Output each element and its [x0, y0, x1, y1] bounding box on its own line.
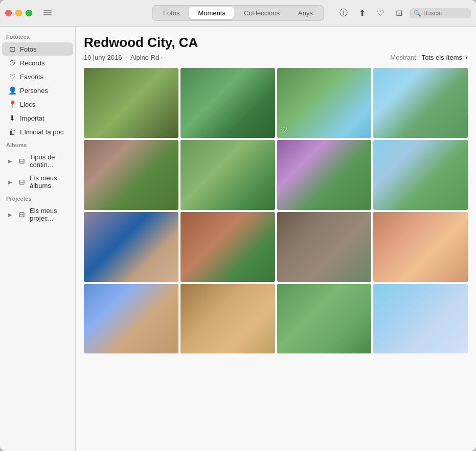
photo-7[interactable]: [277, 140, 372, 210]
sidebar-section-projectes: Projectes: [0, 193, 75, 204]
meus-albums-icon: ⊟: [18, 178, 26, 186]
info-button[interactable]: ⓘ: [336, 6, 351, 20]
close-button[interactable]: [5, 10, 12, 16]
sidebar-item-eliminat[interactable]: 🗑 Eliminat fa poc: [2, 125, 73, 138]
show-filter-dropdown[interactable]: Mostrant: Tots els ítems ▾: [390, 54, 468, 61]
slideshow-icon: ⊡: [396, 8, 402, 18]
favorits-icon: ♡: [8, 73, 16, 81]
location-title: Redwood City, CA: [84, 35, 468, 51]
slideshow-button[interactable]: ⊡: [391, 6, 406, 20]
sidebar-label-llocs: Llocs: [20, 101, 35, 108]
minimize-button[interactable]: [15, 10, 22, 16]
search-icon: 🔍: [414, 10, 421, 17]
records-icon: ⏱: [8, 59, 16, 67]
tab-moments[interactable]: Moments: [189, 7, 235, 19]
show-filter-label: Mostrant:: [390, 54, 418, 61]
meus-proj-icon: ⊟: [18, 210, 26, 219]
sidebar-section-fototeca: Fototeca: [0, 31, 75, 42]
eliminat-icon: 🗑: [8, 128, 16, 136]
persones-icon: 👤: [8, 86, 16, 94]
window-controls: [5, 10, 52, 16]
sidebar-section-albums: Àlbums: [0, 139, 75, 150]
sidebar-label-eliminat: Eliminat fa poc: [20, 128, 63, 136]
expand-icon-tipus: ▶: [8, 158, 12, 164]
traffic-lights: [5, 10, 32, 16]
tipus-icon: ⊟: [18, 157, 26, 165]
sidebar-item-meus-albums[interactable]: ▶ ⊟ Els meus àlbums: [2, 172, 73, 192]
photo-16[interactable]: [373, 284, 468, 354]
toolbar-right: ⓘ ⬆ ♡ ⊡ 🔍: [336, 6, 471, 20]
sidebar-item-persones[interactable]: 👤 Persones: [2, 84, 73, 97]
sidebar-item-favorits[interactable]: ♡ Favorits: [2, 70, 73, 83]
share-button[interactable]: ⬆: [354, 6, 370, 20]
show-filter-value: Tots els ítems: [422, 54, 462, 61]
share-icon: ⬆: [359, 8, 366, 18]
titlebar: Fotos Moments Col·leccions Anys ⓘ ⬆ ♡ ⊡ …: [0, 0, 476, 27]
sidebar-label-importat: Importat: [20, 114, 44, 122]
tab-fotos[interactable]: Fotos: [154, 7, 189, 19]
photo-3-heart-badge: ♡: [280, 125, 287, 135]
sidebar-label-tipus: Tipus de contin...: [30, 153, 67, 169]
sidebar-label-fotos: Fotos: [20, 45, 37, 53]
photo-6[interactable]: [180, 140, 275, 210]
tab-colleccions[interactable]: Col·leccions: [235, 7, 289, 19]
sidebar: Fototeca ⊡ Fotos ⏱ Records ♡ Favorits 👤 …: [0, 27, 76, 451]
photo-5[interactable]: [84, 140, 178, 210]
photo-1[interactable]: [84, 68, 178, 138]
sidebar-item-importat[interactable]: ⬇ Importat: [2, 111, 73, 125]
photo-13[interactable]: [84, 284, 178, 354]
sidebar-toggle-button[interactable]: [43, 10, 52, 16]
photo-9[interactable]: [84, 212, 178, 282]
location-link-text: Alpine Rd: [130, 54, 159, 61]
tabs-container: Fotos Moments Col·leccions Anys: [152, 5, 324, 21]
tab-anys[interactable]: Anys: [289, 7, 322, 19]
maximize-button[interactable]: [26, 10, 32, 16]
chevron-down-icon: ▾: [465, 55, 468, 60]
photo-11[interactable]: [277, 212, 372, 282]
heart-icon: ♡: [377, 8, 384, 18]
sidebar-label-meus-proj: Els meus projec...: [30, 207, 67, 222]
sidebar-item-meus-proj[interactable]: ▶ ⊟ Els meus projec...: [2, 204, 73, 225]
sidebar-label-persones: Persones: [20, 87, 48, 94]
content-header: Redwood City, CA 10 juny 2016 · Alpine R…: [84, 35, 468, 62]
photo-8[interactable]: [373, 140, 468, 210]
sidebar-item-tipus[interactable]: ▶ ⊟ Tipus de contin...: [2, 151, 73, 171]
fotos-icon: ⊡: [8, 45, 16, 53]
photo-4[interactable]: [373, 68, 468, 138]
photo-2[interactable]: [180, 68, 275, 138]
photo-15[interactable]: [277, 284, 372, 354]
sidebar-label-favorits: Favorits: [20, 73, 43, 81]
content-area: Redwood City, CA 10 juny 2016 · Alpine R…: [76, 27, 476, 451]
date-text: 10 juny 2016: [84, 54, 122, 61]
photo-3[interactable]: ♡: [277, 68, 372, 138]
sidebar-item-records[interactable]: ⏱ Records: [2, 56, 73, 69]
heart-button[interactable]: ♡: [373, 6, 388, 20]
expand-icon-proj: ▶: [8, 212, 12, 218]
date-separator: ·: [125, 53, 127, 62]
photo-12[interactable]: [373, 212, 468, 282]
llocs-icon: 📍: [8, 100, 16, 108]
photo-10[interactable]: [180, 212, 275, 282]
sidebar-label-records: Records: [20, 59, 44, 67]
date-location-row: 10 juny 2016 · Alpine Rd › Mostrant: Tot…: [84, 53, 468, 62]
expand-icon-albums: ▶: [8, 179, 12, 185]
photo-14[interactable]: [180, 284, 275, 354]
app-window: Fotos Moments Col·leccions Anys ⓘ ⬆ ♡ ⊡ …: [0, 0, 476, 451]
sidebar-item-llocs[interactable]: 📍 Llocs: [2, 98, 73, 111]
search-box[interactable]: 🔍: [410, 8, 471, 18]
main-area: Fototeca ⊡ Fotos ⏱ Records ♡ Favorits 👤 …: [0, 27, 476, 451]
location-link[interactable]: Alpine Rd ›: [130, 54, 162, 61]
sidebar-label-meus-albums: Els meus àlbums: [30, 174, 67, 189]
sidebar-item-fotos[interactable]: ⊡ Fotos: [2, 42, 73, 56]
chevron-right-icon: ›: [160, 55, 162, 60]
info-icon: ⓘ: [339, 8, 348, 18]
photo-grid: ♡: [84, 68, 468, 362]
importat-icon: ⬇: [8, 114, 16, 122]
search-input[interactable]: [423, 10, 464, 17]
